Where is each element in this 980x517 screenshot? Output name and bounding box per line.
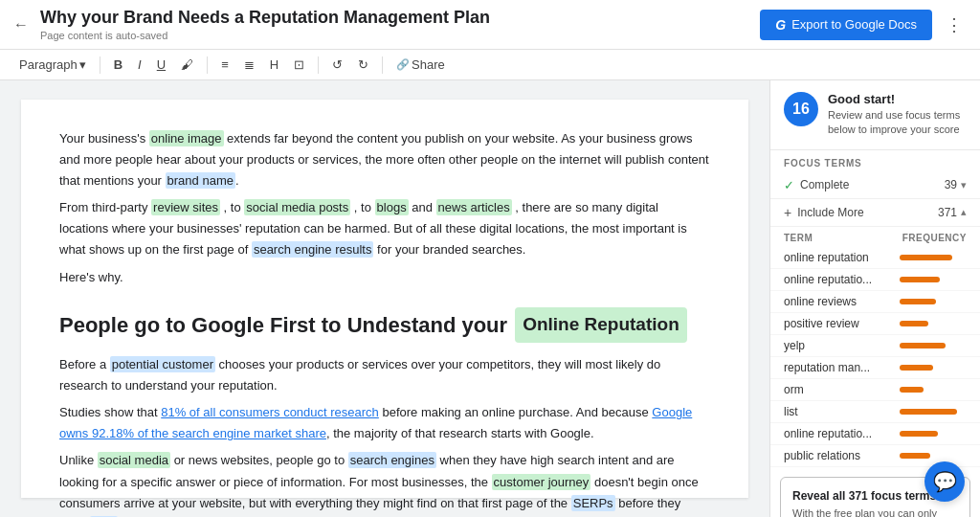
highlight-blogs: blogs [375,199,409,215]
focus-terms-label: FOCUS TERMS [770,150,980,172]
highlight-online-image: online image [149,130,224,146]
highlight-search-engines: search engines [348,452,436,468]
term-name: online reputatio... [784,273,900,286]
italic-button[interactable]: I [132,54,147,76]
term-frequency-header: TERM FREQUENCY [770,227,980,247]
paragraph-3: Here's why. [59,267,710,288]
more-menu-button[interactable]: ⋮ [942,11,967,39]
term-bar [900,453,930,459]
term-name: list [784,405,900,418]
term-name: online reputatio... [784,427,900,440]
top-bar: ← Why your Brand Needs a Reputation Mana… [0,0,980,50]
term-name: positive review [784,317,900,330]
paragraph-selector[interactable]: Paragraph ▾ [13,54,92,76]
paragraph-4: Before a potential customer chooses your… [59,354,710,396]
editor-page[interactable]: Your business's online image extends far… [21,100,748,498]
highlight-search-engine-results: search engine results [252,241,374,258]
term-name: orm [784,383,900,396]
term-name: online reviews [784,295,900,308]
term-name: online reputation [784,251,900,264]
title-area: Why your Brand Needs a Reputation Manage… [40,8,760,41]
chevron-down-icon: ▾ [961,179,967,191]
paragraph-5: Studies show that 81% of all consumers c… [59,402,710,444]
term-row: online reputatio... [770,423,980,445]
share-icon: 🔗 [396,58,410,71]
term-bar-wrap [900,387,967,393]
complete-count: 39 ▾ [945,178,967,191]
export-label: Export to Google Docs [791,17,917,32]
chat-bubble-button[interactable]: 💬 [924,461,965,502]
paragraph-label: Paragraph [19,57,78,72]
heading-2: People go to Google First to Undestand y… [59,307,710,343]
doc-title: Why your Brand Needs a Reputation Manage… [40,8,760,28]
highlight-customer-journey: customer journey [492,474,591,490]
term-bar-wrap [900,365,967,371]
auto-saved-label: Page content is auto-saved [40,30,760,41]
term-bar [900,299,936,304]
term-bar [900,409,957,415]
complete-row[interactable]: ✓ Complete 39 ▾ [770,172,980,199]
term-row: online reputation [770,247,980,269]
terms-list: online reputation online reputatio... on… [770,247,980,467]
term-bar-wrap [900,409,967,415]
link-consumers-research[interactable]: 81% of all consumers conduct research [161,405,379,419]
term-bar [900,343,946,348]
term-column-label: TERM [784,233,813,243]
term-bar [900,387,924,393]
highlight-brand-name: brand name [166,172,235,189]
toolbar-separator-4 [382,56,383,74]
highlight-news-articles: news articles [436,199,512,215]
dropdown-arrow-icon: ▾ [79,57,86,72]
heading-online-reputation: Online Reputation [515,307,687,342]
bold-button[interactable]: B [108,54,128,76]
heading-text: People go to Google First to Undestand y… [59,307,507,343]
main-layout: Your business's online image extends far… [0,80,980,517]
top-actions: G Export to Google Docs ⋮ [760,10,967,40]
complete-row-left: ✓ Complete [784,178,849,192]
term-row: reputation man... [770,357,980,379]
include-more-label: Include More [797,206,863,219]
export-button[interactable]: G Export to Google Docs [760,10,932,40]
complete-number: 39 [945,178,957,191]
bullet-list-button[interactable]: ≡ [215,54,234,76]
include-more-count: 371 ▴ [938,206,967,219]
toolbar-separator-3 [318,56,319,74]
paragraph-2: From third-party review sites , to socia… [59,197,710,260]
editor-toolbar: Paragraph ▾ B I U 🖌 ≡ ≣ H ⊡ ↺ ↻ 🔗 Share [0,50,980,80]
google-icon: G [775,17,786,33]
editor-area: Your business's online image extends far… [0,80,769,517]
frequency-column-label: FREQUENCY [902,233,967,243]
term-name: reputation man... [784,361,900,374]
back-button[interactable]: ← [13,16,29,34]
share-button[interactable]: 🔗 Share [390,54,451,76]
score-title: Good start! [828,92,967,106]
term-row: online reputatio... [770,269,980,291]
text-color-button[interactable]: 🖌 [175,54,199,76]
term-bar [900,365,933,371]
term-bar-wrap [900,321,967,326]
plus-icon: + [784,205,791,220]
image-button[interactable]: ⊡ [288,54,310,76]
highlight-social-media-2: social media [98,452,170,468]
paragraph-6: Unlike social media or news websites, pe… [59,450,710,517]
chevron-up-icon: ▴ [961,206,967,218]
share-label: Share [412,57,445,72]
term-row: positive review [770,313,980,335]
heading-button[interactable]: H [264,54,284,76]
term-name: public relations [784,449,900,462]
numbered-list-button[interactable]: ≣ [238,54,260,76]
term-bar-wrap [900,299,967,304]
highlight-social-media-posts: social media posts [244,199,350,215]
term-bar-wrap [900,431,967,437]
score-desc: Review and use focus terms below to impr… [828,108,967,138]
check-icon: ✓ [784,178,794,192]
redo-button[interactable]: ↻ [352,54,374,76]
term-bar-wrap [900,277,967,282]
term-bar-wrap [900,343,967,348]
toolbar-separator-1 [100,56,100,74]
include-more-left: + Include More [784,205,864,220]
undo-button[interactable]: ↺ [326,54,348,76]
term-row: yelp [770,335,980,357]
include-more-row[interactable]: + Include More 371 ▴ [770,199,980,227]
underline-button[interactable]: U [151,54,171,76]
